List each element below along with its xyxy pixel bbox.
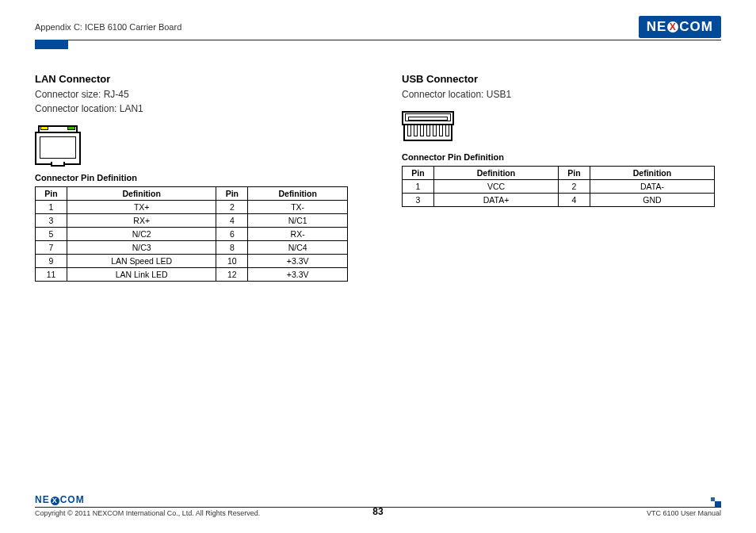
table-row: 5N/C26RX- [36,228,348,241]
table-row: 3DATA+4GND [403,194,715,207]
appendix-title: Appendix C: ICEB 6100 Carrier Board [35,22,181,32]
lan-th-def-b: Definition [248,187,348,201]
logo-text-right: COM [679,19,713,35]
lan-table-title: Connector Pin Definition [35,173,354,182]
lan-connector-location: Connector location: LAN1 [35,102,354,116]
table-row: 1TX+2TX- [36,201,348,214]
header-tab-accent [35,40,68,49]
usb-th-def-a: Definition [434,167,559,180]
lan-title: LAN Connector [35,73,354,85]
usb-th-pin-a: Pin [403,167,434,180]
logo-x-icon: X [667,21,678,33]
nexcom-logo: NE X COM [639,16,721,38]
lan-section: LAN Connector Connector size: RJ-45 Conn… [35,73,354,282]
usb-table-title: Connector Pin Definition [402,152,721,162]
table-row: 9LAN Speed LED10+3.3V [36,255,348,268]
footer-logo-x-icon: X [51,497,59,505]
lan-th-pin-b: Pin [216,187,248,201]
table-row: 1VCC2DATA- [403,180,715,194]
rj45-connector-icon [35,125,354,165]
lan-th-def-a: Definition [67,187,216,201]
copyright-text: Copyright © 2011 NEXCOM International Co… [35,509,260,517]
usb-title: USB Connector [402,73,721,85]
usb-connector-icon [402,111,721,144]
usb-th-def-b: Definition [590,167,715,180]
usb-connector-location: Connector location: USB1 [402,87,721,102]
logo-text-left: NE [647,19,667,35]
lan-pin-table: Pin Definition Pin Definition 1TX+2TX- 3… [35,186,348,282]
usb-th-pin-b: Pin [559,167,590,180]
page-header: Appendix C: ICEB 6100 Carrier Board NE X… [35,16,721,40]
footer-nexcom-logo: NEXCOM [35,494,721,505]
table-row: 11LAN Link LED12+3.3V [36,268,348,282]
lan-connector-size: Connector size: RJ-45 [35,87,354,102]
table-row: 3RX+4N/C1 [36,214,348,228]
lan-th-pin-a: Pin [36,187,67,201]
table-row: 7N/C38N/C4 [36,241,348,255]
page-number: 83 [372,506,383,517]
usb-section: USB Connector Connector location: USB1 C… [402,73,721,282]
usb-pin-table: Pin Definition Pin Definition 1VCC2DATA-… [402,166,715,207]
manual-name: VTC 6100 User Manual [647,509,721,517]
